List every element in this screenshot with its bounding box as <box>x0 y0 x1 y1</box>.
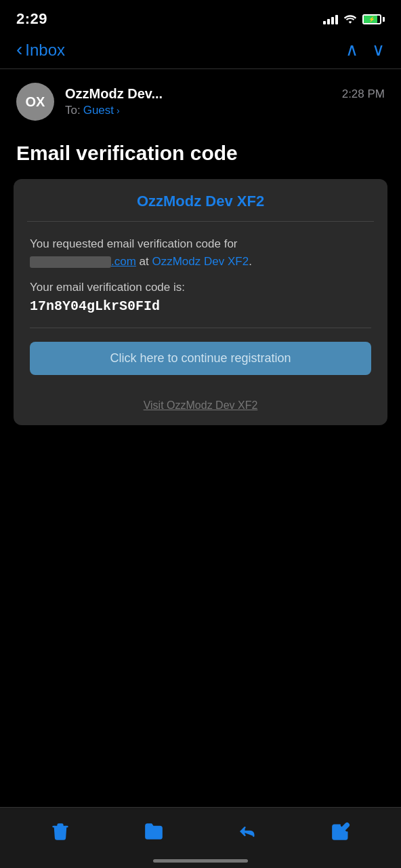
email-meta: OzzModz Dev... 2:28 PM To: Guest › <box>65 86 385 117</box>
card-separator <box>30 328 371 328</box>
recipient-row: To: Guest › <box>65 104 385 117</box>
delete-button[interactable] <box>40 814 81 848</box>
card-body-text-2-at: at <box>140 255 152 268</box>
back-chevron-icon: ‹ <box>16 39 22 60</box>
folder-button[interactable] <box>133 814 174 848</box>
status-bar: 2:29 ⚡ <box>0 0 401 34</box>
email-time: 2:28 PM <box>342 87 385 101</box>
folder-icon <box>144 822 163 841</box>
verification-code: 17n8Y04gLkrS0FId <box>30 298 371 314</box>
sender-row: OzzModz Dev... 2:28 PM <box>65 86 385 102</box>
nav-bar: ‹ Inbox ∧ ∨ <box>0 34 401 69</box>
card-body-text-1-prefix: You requested email verification code fo… <box>30 237 238 250</box>
recipient-chevron-icon[interactable]: › <box>117 105 120 116</box>
recipient-label: To: <box>65 104 81 117</box>
signal-icon <box>323 14 338 24</box>
email-redacted <box>30 256 111 268</box>
sender-name: OzzModz Dev... <box>65 86 163 102</box>
card-period: . <box>249 255 252 268</box>
visit-site-link[interactable]: Visit OzzModz Dev XF2 <box>144 399 258 411</box>
email-header: OX OzzModz Dev... 2:28 PM To: Guest › <box>0 69 401 134</box>
reply-button[interactable] <box>227 814 268 848</box>
trash-icon <box>51 822 70 841</box>
sender-avatar: OX <box>16 83 54 121</box>
recipient-name[interactable]: Guest <box>83 104 114 117</box>
back-button[interactable]: ‹ Inbox <box>16 40 65 60</box>
next-email-button[interactable]: ∨ <box>372 39 385 60</box>
card-header: OzzModz Dev XF2 <box>14 179 387 221</box>
card-footer: Visit OzzModz Dev XF2 <box>14 389 387 425</box>
reply-icon <box>238 822 257 841</box>
card-site-link[interactable]: OzzModz Dev XF2 <box>152 255 249 268</box>
compose-icon <box>331 822 350 841</box>
code-label: Your email verification code is: <box>30 281 371 294</box>
home-indicator <box>153 859 248 863</box>
email-subject: Email verification code <box>0 134 401 179</box>
continue-registration-button[interactable]: Click here to continue registration <box>30 342 371 375</box>
compose-button[interactable] <box>320 814 361 848</box>
wifi-icon <box>343 14 357 24</box>
card-body: You requested email verification code fo… <box>14 222 387 389</box>
nav-arrows: ∧ ∨ <box>345 39 385 60</box>
card-body-text-1: You requested email verification code fo… <box>30 235 371 270</box>
subject-heading: Email verification code <box>16 141 385 165</box>
status-time: 2:29 <box>16 10 47 28</box>
email-card: OzzModz Dev XF2 You requested email veri… <box>14 179 387 425</box>
prev-email-button[interactable]: ∧ <box>345 39 358 60</box>
card-brand-name: OzzModz Dev XF2 <box>137 193 264 210</box>
battery-icon: ⚡ <box>362 14 385 24</box>
back-label: Inbox <box>25 41 65 60</box>
status-icons: ⚡ <box>323 14 385 24</box>
email-domain-link[interactable]: .com <box>111 255 136 268</box>
